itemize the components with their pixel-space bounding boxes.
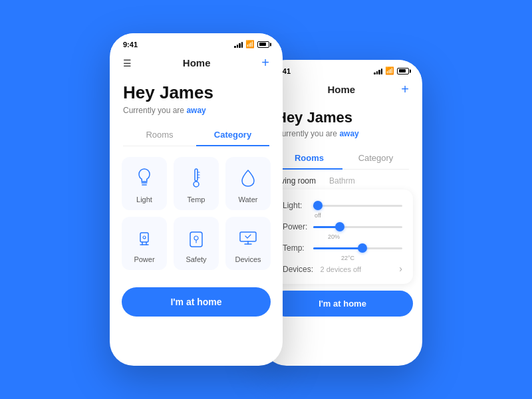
svg-point-13 [194,236,198,240]
nav-title-2: Home [327,84,355,95]
add-button-1[interactable]: + [261,55,269,70]
status-text-1: Currently you are away [123,106,269,115]
tab-category-2[interactable]: Category [342,148,409,170]
tabs-1: Rooms Category [123,124,269,146]
time-1: 9:41 [123,41,138,49]
category-label-light: Light [136,196,152,203]
power-control-label: Power: [283,222,313,231]
light-slider[interactable]: off [313,199,402,212]
status-icons-1: 📶 [234,40,269,49]
temp-icon [184,166,208,190]
nav-bar-1: ☰ Home + [110,51,283,77]
status-text-2: Currently you are away [276,129,409,138]
tab-category-1[interactable]: Category [196,124,269,146]
category-grid: Light Temp [110,146,283,281]
devices-icon [236,226,260,250]
devices-count: 2 devices off [320,265,361,273]
category-label-temp: Temp [188,196,205,203]
tabs-2: Rooms Category [276,148,409,170]
nav-title-1: Home [183,57,211,68]
power-slider[interactable]: 20% [313,220,402,233]
tab-rooms-1[interactable]: Rooms [123,124,196,146]
devices-label: Devices: [283,265,313,274]
category-water[interactable]: Water [225,157,271,210]
menu-icon[interactable]: ☰ [123,58,132,68]
devices-chevron[interactable]: › [399,263,402,274]
light-value: off [315,212,321,219]
svg-rect-15 [240,232,256,241]
status-bar-2: 9:41 📶 [263,60,422,78]
wifi-icon-2: 📶 [385,66,394,75]
temp-value: 22°C [341,255,354,261]
header-1: Hey James Currently you are away [110,77,283,124]
category-light[interactable]: Light [122,157,167,210]
svg-point-3 [194,182,199,187]
light-icon [132,166,156,190]
power-icon [132,226,156,250]
temp-control-label: Temp: [283,243,313,253]
category-label-power: Power [134,255,154,263]
nav-bar-2: ≡ Home + [263,78,422,104]
status-icons-2: 📶 [374,66,409,75]
im-at-home-button-1[interactable]: I'm at home [122,287,271,317]
power-control-row: Power: 20% [283,220,402,233]
status-value-1: away [186,106,205,115]
greeting-1: Hey James [123,82,269,103]
power-value: 20% [328,233,340,240]
category-label-safety: Safety [186,255,206,263]
category-label-devices: Devices [235,255,261,263]
light-control-label: Light: [283,201,313,210]
svg-point-11 [143,236,146,239]
im-at-home-button-2[interactable]: I'm at home [272,291,413,317]
category-power[interactable]: Power [122,217,167,270]
light-control-row: Light: off [283,199,402,212]
status-bar-1: 9:41 📶 [110,33,283,51]
water-icon [236,166,260,190]
battery-icon-2 [397,68,409,74]
wifi-icon: 📶 [245,40,255,49]
add-button-2[interactable]: + [401,82,409,97]
devices-row: Devices: 2 devices off › [283,263,402,275]
phone-2: 9:41 📶 ≡ Home + Hey James [263,60,422,366]
phone-1: 9:41 📶 ☰ Home + Hey James [110,33,283,366]
category-devices[interactable]: Devices [225,217,271,270]
svg-rect-7 [140,233,148,242]
status-value-2: away [339,129,358,138]
battery-icon [257,41,269,48]
category-temp[interactable]: Temp [174,157,219,210]
room-labels: Living room Bathrm [263,170,422,190]
tab-rooms-2[interactable]: Rooms [276,148,342,170]
signal-icon [234,41,243,48]
devices-info: Devices: 2 devices off [283,263,361,275]
category-safety[interactable]: Safety [174,217,219,270]
temp-slider[interactable]: 22°C [313,241,402,255]
temp-control-row: Temp: 22°C [283,241,402,255]
phones-container: 9:41 📶 ☰ Home + Hey James [110,33,422,366]
svg-rect-2 [195,169,198,181]
svg-rect-12 [190,232,202,247]
header-2: Hey James Currently you are away [263,104,422,148]
category-label-water: Water [239,196,258,203]
signal-icon-2 [374,68,382,74]
room-bathroom[interactable]: Bathrm [329,176,355,186]
greeting-2: Hey James [276,109,409,126]
room-card: Light: off Power: 20% [272,190,413,284]
safety-icon [184,226,208,250]
